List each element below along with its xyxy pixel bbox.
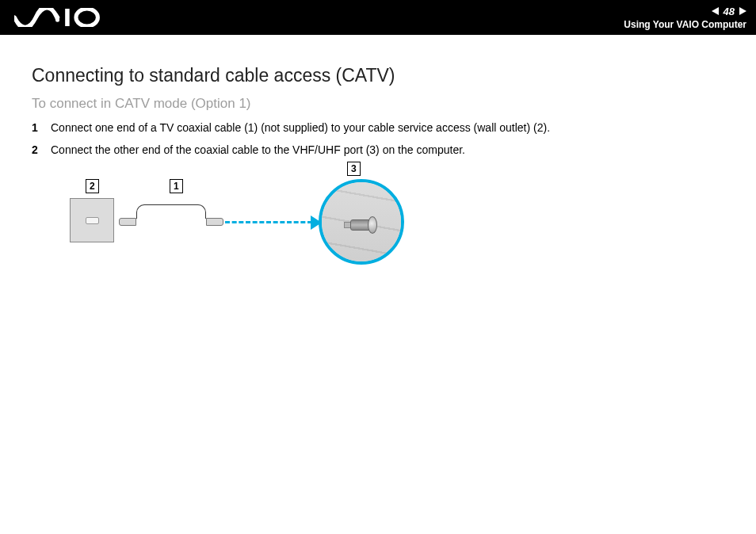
step-number: 1 (32, 120, 41, 137)
page-heading: Connecting to standard cable access (CAT… (32, 65, 724, 86)
step-text: Connect the other end of the coaxial cab… (51, 142, 465, 159)
step-number: 2 (32, 142, 41, 159)
callout-2-label: 2 (86, 179, 99, 193)
coax-cable-icon (119, 219, 223, 225)
vhf-uhf-port-callout (319, 179, 404, 265)
header-bar: 48 Using Your VAIO Computer (0, 0, 756, 35)
callout-1-label: 1 (170, 179, 183, 193)
wall-outlet-icon (70, 198, 114, 242)
page-number: 48 (724, 6, 735, 17)
callout-3-label: 3 (347, 162, 361, 176)
coax-port-icon (344, 214, 377, 236)
page-content: Connecting to standard cable access (CAT… (0, 35, 756, 287)
cable-plug-right-icon (206, 218, 223, 226)
instruction-step: 2 Connect the other end of the coaxial c… (32, 142, 724, 159)
instruction-step: 1 Connect one end of a TV coaxial cable … (32, 120, 724, 137)
cable-plug-left-icon (119, 218, 136, 226)
next-page-button[interactable] (739, 7, 746, 15)
vaio-logo (14, 0, 101, 35)
svg-rect-0 (65, 9, 70, 26)
section-title: Using Your VAIO Computer (624, 19, 746, 30)
wall-socket-icon (86, 217, 99, 224)
page-subheading: To connect in CATV mode (Option 1) (32, 96, 724, 112)
direction-line-icon (225, 221, 312, 223)
page-navigator: 48 (712, 6, 746, 17)
step-text: Connect one end of a TV coaxial cable (1… (51, 120, 550, 137)
prev-page-button[interactable] (712, 7, 719, 15)
connection-diagram: 2 1 3 (46, 176, 418, 271)
instruction-list: 1 Connect one end of a TV coaxial cable … (32, 120, 724, 158)
cable-wire-icon (136, 204, 206, 219)
svg-point-1 (76, 9, 98, 26)
header-right: 48 Using Your VAIO Computer (624, 6, 746, 30)
